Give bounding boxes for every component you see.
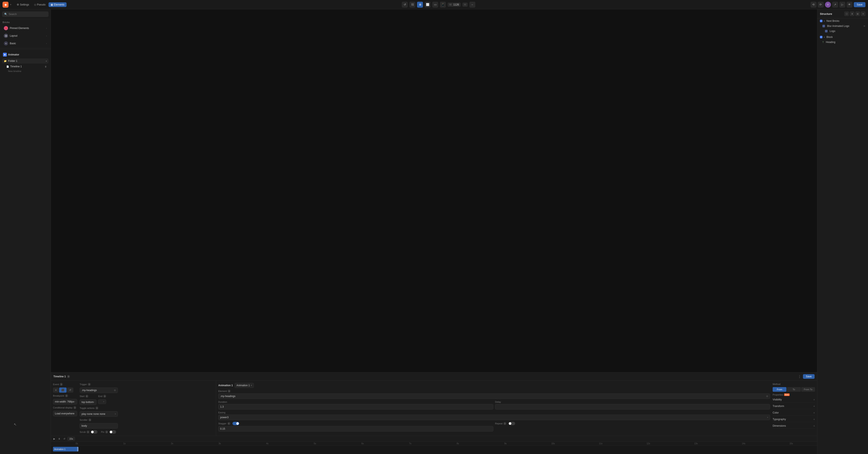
settings-nav[interactable]: ⚙ Settings: [14, 2, 31, 7]
method-to-btn[interactable]: To: [787, 387, 801, 392]
folder-item[interactable]: 📁 Folder 1 ▾: [2, 59, 49, 64]
end-info-icon[interactable]: ℹ: [103, 395, 106, 398]
trigger-field[interactable]: .my-headings ⊕: [80, 388, 118, 393]
event-info-icon[interactable]: ℹ: [60, 383, 63, 386]
method-btn-group: From To From To: [773, 387, 815, 392]
struct-icon-3[interactable]: ⊞: [855, 11, 860, 16]
redo-btn[interactable]: ⟳: [818, 2, 824, 8]
repeat-toggle[interactable]: [508, 422, 515, 425]
more-options-btn[interactable]: ⋮: [798, 375, 801, 379]
anim-name-arrow-icon: ▾: [251, 384, 252, 387]
breakpoint-info-icon[interactable]: ℹ: [65, 394, 68, 397]
toggle-actions-select[interactable]: play none none none ▾: [80, 411, 118, 417]
pause-btn[interactable]: ⏸: [57, 437, 61, 441]
track-bar-handle[interactable]: [77, 447, 79, 451]
struct-icon-4[interactable]: ✕: [861, 11, 865, 16]
toggle-actions-label: Toggle actions ℹ: [80, 407, 118, 410]
desktop-btn[interactable]: 🖥: [417, 2, 423, 8]
pin-toggle[interactable]: [110, 430, 116, 434]
delay-col: Delay: [495, 401, 770, 410]
search-input-wrap[interactable]: 🔍: [2, 11, 49, 17]
elements-nav[interactable]: ▦ Elements: [49, 2, 66, 7]
tree-item-heading[interactable]: T Heading: [817, 40, 868, 45]
event-scroll-btn[interactable]: ⬛: [59, 388, 66, 393]
pinned-elements-item[interactable]: 📌 Pinned Elements ›: [1, 25, 50, 32]
color-add-btn[interactable]: +: [813, 411, 815, 414]
timeline-delete-icon[interactable]: 🗑: [45, 65, 47, 68]
trigger-label: Trigger ℹ: [80, 383, 118, 386]
anim-save-button[interactable]: Save: [803, 374, 815, 379]
tablet-btn[interactable]: ▭: [432, 2, 438, 8]
preview-btn[interactable]: ▷: [839, 2, 845, 8]
mobile-btn[interactable]: 📱: [440, 2, 446, 8]
scrub-toggle[interactable]: [91, 430, 97, 434]
delay-input[interactable]: [495, 404, 770, 410]
struct-icon-1[interactable]: ⬡: [844, 11, 849, 16]
element-info-icon[interactable]: ℹ: [227, 390, 230, 393]
typography-add-btn[interactable]: +: [813, 418, 815, 421]
cond-info-icon[interactable]: ℹ: [73, 406, 76, 409]
repeat-toggle-knob: [509, 422, 512, 425]
new-timeline-btn[interactable]: New timeline: [2, 69, 49, 73]
minus-btn[interactable]: –: [469, 2, 475, 8]
breakpoint-select[interactable]: min-width: 768px ▾: [53, 399, 77, 404]
method-from-to-btn[interactable]: From To: [801, 387, 815, 392]
pseudo-nav[interactable]: ◇ Pseudo: [32, 2, 48, 7]
repeat-info-icon[interactable]: ℹ: [503, 422, 506, 425]
toggle-info-icon[interactable]: ℹ: [95, 407, 98, 410]
animation-name-select[interactable]: Animation 1 ▾: [235, 383, 254, 388]
logo-dropdown-icon[interactable]: ▾: [10, 3, 11, 6]
folder-icon: 📁: [4, 60, 7, 62]
duration-input[interactable]: [218, 404, 493, 410]
easing-select[interactable]: power3 ▾: [218, 415, 770, 420]
scroller-info-icon[interactable]: ℹ: [88, 418, 91, 421]
next-bricks-checkbox[interactable]: ✓: [820, 20, 823, 22]
stagger-info-icon[interactable]: ℹ: [227, 422, 230, 425]
method-from-btn[interactable]: From: [773, 387, 786, 392]
tree-item-logo[interactable]: Logo: [817, 29, 868, 34]
dimensions-add-btn[interactable]: +: [813, 424, 815, 427]
start-select[interactable]: top bottom ▾: [80, 399, 97, 405]
save-button[interactable]: Save: [854, 2, 865, 7]
dimensions-row: Dimensions +: [773, 423, 815, 429]
blur-logo-eye-icon[interactable]: 👁: [863, 25, 865, 27]
play-btn[interactable]: ▶: [53, 437, 56, 441]
visibility-add-btn[interactable]: +: [813, 398, 815, 401]
scrub-group: Scrub ℹ: [80, 430, 98, 434]
tree-item-block[interactable]: ✓ ▾ Block: [817, 34, 868, 40]
tree-item-blur-logo[interactable]: Blur Animated Logo 👁: [817, 24, 868, 29]
trigger-info-icon[interactable]: ℹ: [88, 383, 91, 386]
block-checkbox[interactable]: ✓: [820, 36, 823, 38]
timeline-item[interactable]: 📄 Timeline 1 🗑: [2, 64, 49, 69]
transform-add-btn[interactable]: +: [813, 404, 815, 408]
scrub-info-icon[interactable]: ℹ: [87, 430, 89, 433]
start-info-icon[interactable]: ℹ: [85, 395, 88, 398]
app-logo[interactable]: ◈: [3, 2, 8, 8]
view-btn[interactable]: 👁: [846, 2, 852, 8]
timeline-ruler: 0s1s2s3s4s5s6s7s8s9s10s11s12s13s14s15s: [51, 442, 817, 446]
struct-icon-2[interactable]: ⬇: [850, 11, 855, 16]
undo-btn[interactable]: ⟲: [811, 2, 816, 8]
logo-icon: [825, 30, 828, 32]
reset-btn[interactable]: ↺: [63, 437, 66, 441]
layout-item[interactable]: ⊞ Layout ›: [1, 32, 50, 39]
refresh-btn[interactable]: ↺: [402, 2, 408, 8]
event-interact-btn[interactable]: ↺: [67, 388, 73, 393]
pin-info-icon[interactable]: ℹ: [105, 430, 108, 433]
avatar: U: [825, 2, 831, 8]
animator-header: ▶ Animator: [2, 52, 49, 58]
stagger-input[interactable]: [218, 426, 493, 431]
stagger-toggle[interactable]: [232, 422, 239, 425]
element-field[interactable]: .my-headings ⊕: [218, 393, 770, 399]
end-select[interactable]: ▾: [98, 399, 106, 404]
event-list-btn[interactable]: ≡: [53, 388, 59, 393]
tree-item-next-bricks[interactable]: ✓ ▾ Next Bricks: [817, 19, 868, 24]
link-btn[interactable]: ⛓: [409, 2, 415, 8]
frame-btn[interactable]: ⬜: [425, 2, 431, 8]
share-btn[interactable]: ↗: [832, 2, 838, 8]
ruler-label-14s: 14s: [720, 442, 768, 445]
timeline-info-icon[interactable]: ℹ: [67, 375, 70, 378]
animation-track-bar[interactable]: Animation 1: [53, 447, 79, 451]
basic-item[interactable]: ≡ Basic ›: [1, 40, 50, 47]
search-input[interactable]: [9, 13, 46, 16]
